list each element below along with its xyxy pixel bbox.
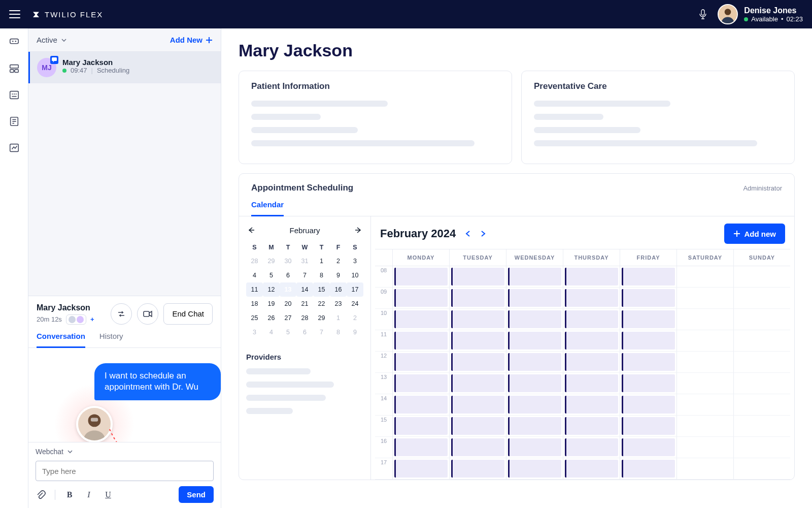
appointment-slot[interactable]: [565, 396, 618, 414]
mini-day[interactable]: 8: [313, 268, 330, 282]
calendar-cell[interactable]: [676, 394, 733, 416]
calendar-cell[interactable]: [620, 352, 676, 373]
add-new-task-button[interactable]: Add New: [170, 36, 213, 44]
mini-day[interactable]: 29: [263, 254, 280, 268]
appointment-slot[interactable]: [508, 460, 561, 478]
calendar-cell[interactable]: [506, 437, 563, 458]
appointment-slot[interactable]: [565, 438, 618, 456]
mini-day[interactable]: 5: [280, 325, 296, 339]
mini-day[interactable]: 29: [313, 311, 330, 325]
appointment-slot[interactable]: [394, 396, 448, 414]
calendar-cell[interactable]: [620, 288, 676, 309]
appointment-slot[interactable]: [565, 289, 618, 307]
appointment-slot[interactable]: [622, 460, 675, 478]
prev-month-button[interactable]: [246, 226, 255, 235]
teams-icon[interactable]: [9, 63, 20, 74]
mini-day[interactable]: 15: [313, 282, 330, 297]
appointment-slot[interactable]: [394, 332, 448, 350]
appointment-slot[interactable]: [622, 268, 675, 285]
appointment-slot[interactable]: [394, 353, 448, 371]
mini-day[interactable]: 9: [347, 325, 363, 339]
calendar-cell[interactable]: [676, 352, 733, 373]
appointment-slot[interactable]: [451, 289, 504, 307]
calendar-cell[interactable]: [676, 266, 733, 288]
appointment-slot[interactable]: [565, 460, 618, 478]
calendar-cell[interactable]: [449, 373, 506, 394]
task-item[interactable]: MJ Mary Jackson 09:47 | Scheduling: [28, 52, 221, 83]
appointment-slot[interactable]: [622, 353, 675, 371]
calendar-cell[interactable]: [506, 373, 563, 394]
appointment-slot[interactable]: [394, 417, 448, 435]
appointment-slot[interactable]: [622, 289, 675, 307]
mini-day[interactable]: 6: [296, 325, 313, 339]
mini-day[interactable]: 11: [246, 282, 263, 297]
calendar-cell[interactable]: [620, 330, 676, 352]
mini-day[interactable]: 4: [263, 325, 280, 339]
calendar-cell[interactable]: [449, 394, 506, 416]
mini-day[interactable]: 30: [280, 254, 296, 268]
calendar-cell[interactable]: [506, 352, 563, 373]
mini-day[interactable]: 7: [313, 325, 330, 339]
underline-icon[interactable]: U: [103, 490, 113, 500]
appointment-slot[interactable]: [451, 396, 504, 414]
calendar-cell[interactable]: [620, 458, 676, 480]
appointment-slot[interactable]: [508, 417, 561, 435]
bold-icon[interactable]: B: [64, 490, 75, 500]
calendar-cell[interactable]: [676, 288, 733, 309]
send-button[interactable]: Send: [179, 486, 214, 503]
calendar-cell[interactable]: [563, 352, 620, 373]
appointment-slot[interactable]: [565, 332, 618, 350]
calendar-cell[interactable]: [392, 373, 449, 394]
calendar-cell[interactable]: [563, 416, 620, 437]
calendar-cell[interactable]: [676, 330, 733, 352]
calendar-cell[interactable]: [392, 309, 449, 330]
message-input[interactable]: [36, 461, 214, 481]
mini-day[interactable]: 3: [347, 254, 363, 268]
calendar-cell[interactable]: [506, 416, 563, 437]
calendar-cell[interactable]: [506, 458, 563, 480]
calendar-cell[interactable]: [733, 288, 790, 309]
calendar-cell[interactable]: [563, 458, 620, 480]
calendar-cell[interactable]: [506, 288, 563, 309]
appointment-slot[interactable]: [565, 268, 618, 285]
calendar-cell[interactable]: [449, 330, 506, 352]
calendar-cell[interactable]: [449, 266, 506, 288]
appointment-slot[interactable]: [394, 460, 448, 478]
calendar-cell[interactable]: [449, 458, 506, 480]
calendar-cell[interactable]: [563, 373, 620, 394]
attachment-icon[interactable]: [36, 490, 46, 500]
appointment-slot[interactable]: [451, 332, 504, 350]
italic-icon[interactable]: I: [84, 490, 94, 500]
tab-conversation[interactable]: Conversation: [37, 332, 85, 348]
calendar-cell[interactable]: [449, 437, 506, 458]
calendar-cell[interactable]: [733, 458, 790, 480]
mini-day[interactable]: 13: [280, 282, 296, 297]
calendar-cell[interactable]: [620, 437, 676, 458]
mini-day[interactable]: 18: [246, 297, 263, 311]
appointment-slot[interactable]: [565, 374, 618, 392]
calendar-cell[interactable]: [563, 266, 620, 288]
appointment-slot[interactable]: [394, 310, 448, 328]
calendar-cell[interactable]: [563, 309, 620, 330]
calendar-cell[interactable]: [733, 416, 790, 437]
add-appointment-button[interactable]: Add new: [724, 224, 786, 244]
calendar-cell[interactable]: [392, 394, 449, 416]
calendar-cell[interactable]: [563, 394, 620, 416]
add-participant-button[interactable]: +: [90, 315, 94, 323]
calendar-cell[interactable]: [449, 416, 506, 437]
menu-icon[interactable]: [9, 10, 20, 18]
appointment-slot[interactable]: [508, 289, 561, 307]
mini-day[interactable]: 27: [280, 311, 296, 325]
appointment-slot[interactable]: [394, 268, 448, 285]
calendar-cell[interactable]: [506, 330, 563, 352]
calendar-cell[interactable]: [620, 309, 676, 330]
calendar-cell[interactable]: [620, 416, 676, 437]
appointment-slot[interactable]: [451, 310, 504, 328]
calendar-cell[interactable]: [620, 266, 676, 288]
mini-day[interactable]: 17: [347, 282, 363, 297]
end-chat-button[interactable]: End Chat: [163, 303, 213, 325]
appointment-slot[interactable]: [508, 374, 561, 392]
transfer-button[interactable]: [111, 303, 132, 325]
mini-day[interactable]: 26: [263, 311, 280, 325]
mini-day[interactable]: 3: [246, 325, 263, 339]
